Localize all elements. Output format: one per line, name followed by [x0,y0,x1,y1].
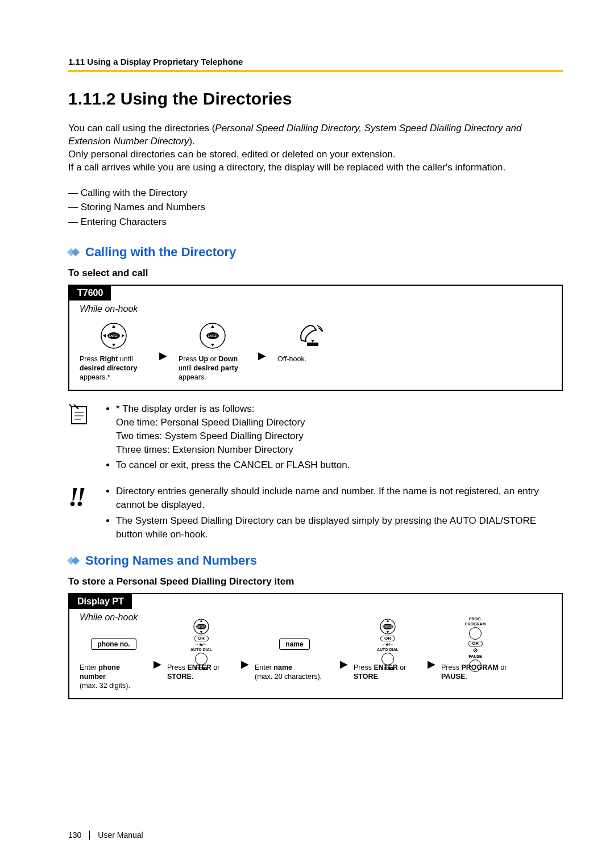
t: or [211,663,220,671]
input-name: name [279,639,309,650]
t: PROGRAM [461,663,498,671]
intro-1a: You can call using the directories ( [68,123,215,133]
enter-store-icon: ENTER OR →★/← AUTO DIAL STORE [377,619,399,670]
t: desired directory [80,364,137,372]
header-rule [68,70,563,72]
enter-store-icon: ENTER OR →★/← AUTO DIAL STORE [190,619,212,670]
svg-text:ENTER: ENTER [383,625,392,628]
step-press-program-pause: PROG. PROGRAM OR ⊘ PAUSE Press PROGRAM o… [441,627,509,681]
t: until [118,355,132,363]
or-label: OR [194,636,209,641]
t: (max. 32 digits). [80,682,130,690]
t: One time: Personal Speed Dialling Direct… [116,417,305,428]
manual-label: User Manual [98,831,143,840]
t: Press [441,663,461,671]
section2-sub: To store a Personal Speed Dialling Direc… [68,576,563,587]
svg-text:ENTER: ENTER [208,334,218,337]
t: Enter [255,663,273,671]
page-footer: 130 User Manual [68,831,143,840]
note-item: Directory entries generally should inclu… [116,485,563,512]
t: (max. 20 characters). [255,673,322,681]
note-item: The System Speed Dialling Directory can … [116,514,563,541]
memo-icon [68,402,93,474]
note-item: To cancel or exit, press the CANCEL or F… [116,458,350,472]
t: or [398,663,406,671]
t: appears.* [80,373,110,381]
section1-sub: To select and call [68,268,563,279]
notes-warning: !! Directory entries generally should in… [68,485,563,543]
section1-title: Calling with the Directory [85,245,236,260]
t: Press [354,663,374,671]
svg-text:ENTER: ENTER [109,334,119,337]
topic-item: Storing Names and Numbers [68,200,563,215]
section-heading-storing: Storing Names and Numbers [68,553,563,568]
offhook-icon [297,322,326,349]
note-item: * The display order is as follows: One t… [116,402,350,456]
topic-item: Calling with the Directory [68,186,563,201]
page-title: 1.11.2 Using the Directories [68,89,563,108]
model-tab: T7600 [69,286,111,301]
section-heading-calling: Calling with the Directory [68,245,563,260]
t: Enter [80,663,98,671]
t: desired party [193,364,238,372]
arrow-icon: ▶ [258,349,266,362]
step-press-enter-store-2: ENTER OR →★/← AUTO DIAL STORE Press ENTE… [354,627,422,681]
t: Three times: Extension Number Directory [116,444,293,455]
t: . [378,673,380,681]
arrow-icon: ▶ [428,658,435,670]
t: STORE [354,673,378,681]
t: Down [218,355,238,363]
exclaim-icon: !! [68,485,93,543]
t: or [499,663,507,671]
t: Right [99,355,118,363]
diamond-icon [68,248,81,256]
t: . [465,673,467,681]
t: name [273,663,292,671]
t: Press [80,355,99,363]
or-label: OR [380,636,395,641]
step-offhook: Off-hook. [277,319,346,364]
t: ENTER [374,663,397,671]
intro-1c: ). [189,136,195,147]
t: PAUSE [441,673,465,681]
t: ENTER [187,663,211,671]
t: appears. [179,373,206,381]
arrow-icon: ▶ [340,658,348,670]
notes-display-order: * The display order is as follows: One t… [68,402,563,474]
arrow-icon: ▶ [241,658,249,670]
page-number: 130 [68,831,81,840]
intro-2: Only personal directories can be stored,… [68,149,396,160]
or-label: OR [468,641,483,646]
svg-rect-6 [307,343,318,346]
intro-paragraph: You can call using the directories (Pers… [68,122,563,174]
diamond-icon [68,557,81,565]
procedure-box-2: Display PT While on-hook phone no. Enter… [68,593,563,699]
autodial-label: AUTO DIAL [377,648,399,652]
t: Up [198,355,208,363]
input-phone-no: phone no. [91,639,136,650]
t: STORE [167,673,192,681]
t: . [192,673,193,681]
arrow-icon: ▶ [159,349,167,362]
step-enter-name: name Enter name (max. 20 characters). [255,627,334,681]
topic-item: Entering Characters [68,215,563,229]
t: until [179,364,193,372]
t: or [208,355,218,363]
svg-rect-7 [72,407,86,424]
model-tab: Display PT [69,594,132,609]
arrow-icon: ▶ [154,658,161,670]
step-press-right: ENTER Press Right until desired director… [80,319,148,382]
topic-list: Calling with the Directory Storing Names… [68,186,563,229]
t: Press [167,663,187,671]
svg-text:ENTER: ENTER [197,625,206,628]
navkey-right-icon: ENTER [100,322,127,349]
t: Off-hook. [277,355,346,364]
intro-3: If a call arrives while you are using a … [68,162,505,173]
pause-label: PAUSE [468,654,482,658]
autodial-label: AUTO DIAL [190,648,212,652]
program-label: PROGRAM [465,622,486,626]
procedure-box-1: T7600 While on-hook ENTER Press Right un… [68,285,563,391]
step-press-enter-store-1: ENTER OR →★/← AUTO DIAL STORE Press ENTE… [167,627,235,681]
hook-label: While on-hook [80,304,551,314]
section2-title: Storing Names and Numbers [85,553,257,568]
